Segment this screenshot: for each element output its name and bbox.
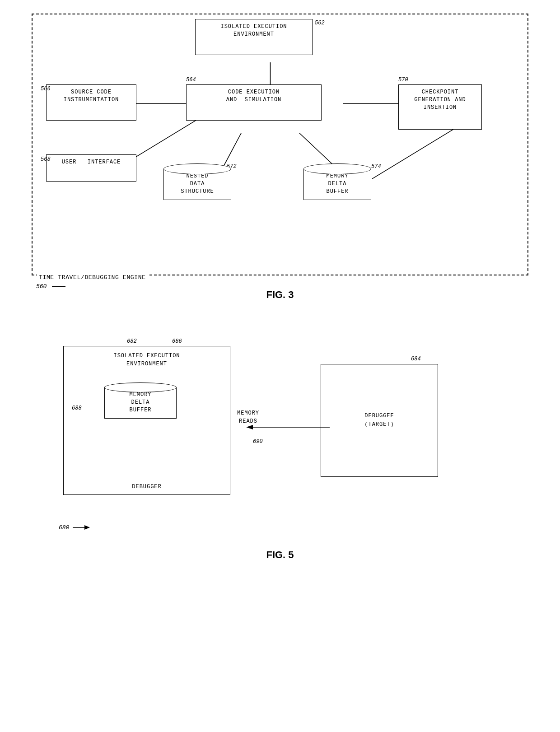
debugger-label: DEBUGGER [64, 484, 230, 490]
fig5-outer-ref: 682 [127, 338, 137, 345]
nested-data-cylinder: NESTEDDATASTRUCTURE [163, 163, 231, 200]
fig5-main-ref: 680 [59, 524, 69, 531]
debuggee-box: DEBUGGEE(TARGET) [321, 364, 438, 477]
fig5-cylinder-ref: 688 [72, 405, 82, 411]
debuggee-ref: 684 [411, 356, 421, 362]
fig5-main-ref-group: 680 [59, 524, 90, 531]
memory-reads-label: MEMORYREADS [237, 409, 259, 425]
isolated-env-label-fig5: ISOLATED EXECUTIONENVIRONMENT [64, 352, 230, 368]
fig3-title: FIG. 3 [27, 289, 533, 301]
svg-marker-10 [84, 525, 90, 530]
code-exec-ref: 564 [186, 77, 196, 83]
fig5-inner: ISOLATED EXECUTIONENVIRONMENT 686 682 ME… [32, 319, 528, 536]
fig3-dashed-border: ISOLATED EXECUTION ENVIRONMENT 562 SOURC… [32, 14, 528, 275]
fig5-arrow-icon [72, 524, 90, 531]
fig5-title: FIG. 5 [27, 549, 533, 561]
fig3-main-ref: 560 [36, 283, 65, 290]
svg-line-6 [372, 129, 455, 179]
code-exec-box: CODE EXECUTIONAND SIMULATION [186, 84, 322, 121]
memory-reads-ref: 690 [253, 438, 263, 445]
isolated-execution-label: ISOLATED EXECUTION ENVIRONMENT [221, 23, 287, 37]
source-code-ref: 566 [41, 86, 51, 92]
fig5-env-ref: 686 [172, 338, 182, 345]
fig5-diagram: ISOLATED EXECUTIONENVIRONMENT 686 682 ME… [32, 319, 528, 536]
checkpoint-ref: 570 [398, 77, 408, 83]
memory-delta-cylinder: MEMORYDELTABUFFER [303, 163, 371, 200]
memory-delta-ref: 574 [371, 163, 381, 170]
fig3-engine-label: TIME TRAVEL/DEBUGGING ENGINE [37, 274, 148, 281]
debugger-outer-box: ISOLATED EXECUTIONENVIRONMENT 686 682 ME… [63, 346, 230, 495]
fig3-diagram: ISOLATED EXECUTION ENVIRONMENT 562 SOURC… [32, 14, 528, 275]
user-interface-box: USER INTERFACE [46, 154, 136, 182]
source-code-box: SOURCE CODEINSTRUMENTATION [46, 84, 136, 121]
svg-marker-8 [246, 425, 253, 429]
debuggee-label: DEBUGGEE(TARGET) [364, 412, 394, 429]
checkpoint-box: CHECKPOINTGENERATION ANDINSERTION [398, 84, 482, 130]
fig5-memory-cylinder: MEMORYDELTABUFFER [104, 382, 177, 419]
isolated-execution-box: ISOLATED EXECUTION ENVIRONMENT [195, 19, 313, 55]
isolated-ref: 562 [315, 20, 325, 26]
user-interface-ref: 568 [41, 156, 51, 163]
